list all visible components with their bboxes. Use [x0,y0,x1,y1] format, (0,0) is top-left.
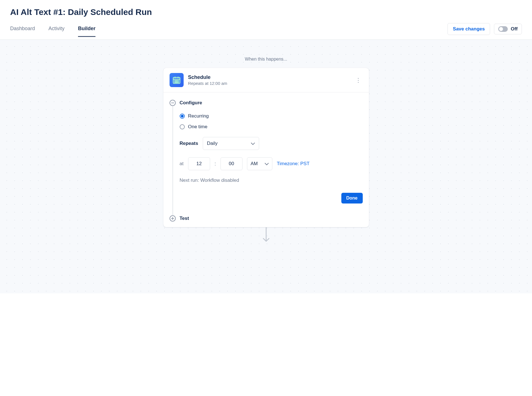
svg-point-8 [176,82,177,83]
done-button[interactable]: Done [341,193,363,203]
svg-point-5 [176,80,177,81]
tabs-nav: Dashboard Activity Builder [10,26,95,37]
tab-dashboard[interactable]: Dashboard [10,26,35,37]
time-separator: : [215,161,216,167]
schedule-card: Schedule Repeats at 12:00 am ⋮ Configure [163,68,369,227]
svg-point-7 [175,82,175,83]
test-section-title: Test [180,216,189,221]
next-run-note: Next run: Workflow disabled [180,178,363,183]
plus-icon [171,217,174,220]
minus-icon [171,103,174,103]
repeats-label: Repeats [180,141,198,146]
page-title: AI Alt Text #1: Daily Scheduled Run [10,7,522,17]
repeats-value: Daily [207,141,218,146]
chevron-down-icon [251,141,255,146]
card-title: Schedule [188,74,354,80]
expand-test-button[interactable] [170,215,176,222]
radio-recurring[interactable]: Recurring [180,113,363,119]
radio-icon [180,114,185,119]
tab-activity[interactable]: Activity [48,26,64,37]
save-changes-button[interactable]: Save changes [448,23,490,35]
ampm-select[interactable]: AM [247,157,272,170]
toggle-label: Off [511,26,518,32]
radio-onetime[interactable]: One time [180,124,363,130]
card-menu-button[interactable]: ⋮ [354,76,363,85]
builder-canvas: When this happens... Schedule [0,40,532,293]
svg-point-4 [175,80,175,81]
repeats-select[interactable]: Daily [203,137,259,150]
minute-input[interactable]: 00 [221,157,242,170]
trigger-section-label: When this happens... [245,57,287,62]
enable-toggle[interactable]: Off [494,24,522,34]
card-subtitle: Repeats at 12:00 am [188,81,354,86]
svg-point-6 [178,80,179,81]
radio-recurring-label: Recurring [188,113,209,119]
radio-icon [180,124,185,129]
collapse-configure-button[interactable] [170,100,176,106]
at-label: at [180,161,184,167]
svg-point-9 [178,82,179,83]
tab-builder[interactable]: Builder [78,26,95,37]
radio-onetime-label: One time [188,124,208,130]
chevron-down-icon [265,161,269,167]
flow-arrow-icon [261,227,272,245]
hour-input[interactable]: 12 [188,157,210,170]
configure-section-title: Configure [180,100,202,106]
calendar-icon [170,73,184,87]
toggle-icon [498,26,508,32]
timezone-link[interactable]: Timezone: PST [277,161,310,167]
kebab-icon: ⋮ [355,77,361,83]
